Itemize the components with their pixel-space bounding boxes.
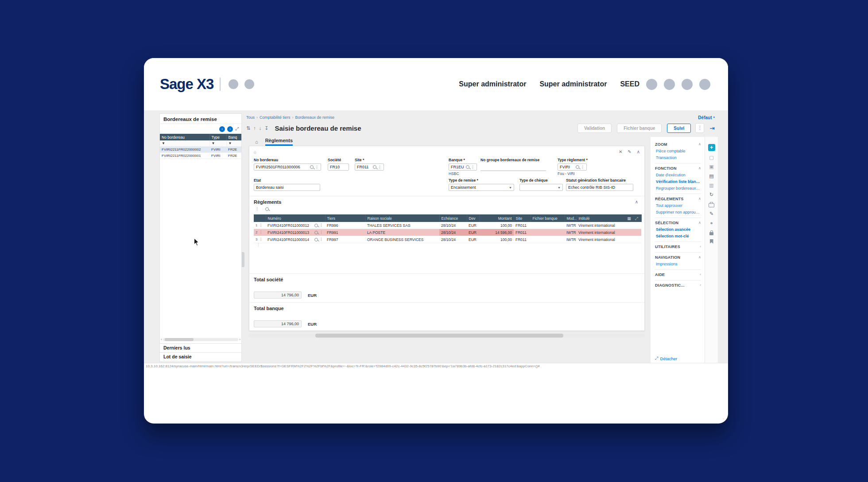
sidebar-section-header[interactable]: RÈGLEMENTS∧ bbox=[655, 195, 701, 202]
cell-mod[interactable]: IWTR bbox=[565, 236, 577, 243]
sidebar-section-header[interactable]: DIAGNOSTIC...‹ bbox=[655, 282, 701, 288]
column-header[interactable]: Echéance bbox=[439, 214, 467, 222]
lookup-icon[interactable] bbox=[576, 165, 579, 169]
field-menu-icon[interactable]: ⋮ bbox=[378, 165, 382, 169]
duplicate-icon[interactable]: ▣ bbox=[709, 164, 713, 170]
statut-generation-input[interactable]: Echec contrôle RIB SIS-ID bbox=[566, 184, 633, 191]
cell-raison-sociale[interactable]: ORANGE BUSINESS SERVICES bbox=[365, 236, 439, 243]
societe-input[interactable]: FR10 bbox=[328, 163, 349, 171]
record-icon[interactable]: ● bbox=[710, 221, 713, 226]
sidebar-link-regrouper-bordereaux[interactable]: Regrouper bordereaux de... bbox=[655, 185, 701, 191]
header-notifications-icon[interactable] bbox=[664, 79, 675, 90]
cell-tiers[interactable]: FR997 bbox=[325, 236, 365, 243]
sidebar-section-header[interactable]: UTILITAIRES‹ bbox=[655, 243, 701, 250]
cell-intitule[interactable]: Virement international bbox=[577, 229, 641, 236]
column-header[interactable]: No bordereau bbox=[160, 134, 209, 140]
home-icon[interactable]: ⌂ bbox=[255, 140, 258, 144]
bookmark-icon[interactable] bbox=[710, 239, 713, 244]
suivi-button[interactable]: Suivi bbox=[667, 124, 691, 133]
row-menu-icon[interactable]: ⋮ bbox=[259, 237, 263, 241]
lock-icon[interactable] bbox=[709, 232, 713, 235]
sort-icon[interactable]: ⇅ bbox=[246, 125, 250, 131]
filter-funnel-icon[interactable]: ▼ bbox=[160, 140, 209, 147]
column-header[interactable]: Raison sociale bbox=[365, 214, 439, 222]
cell-echeance[interactable]: 28/10/24 bbox=[439, 229, 467, 236]
cell-site[interactable]: FR011 bbox=[514, 222, 531, 229]
lookup-icon[interactable] bbox=[310, 165, 314, 169]
header-settings-icon[interactable] bbox=[699, 79, 710, 90]
filter-funnel-icon[interactable]: ▼ bbox=[209, 140, 226, 147]
type-reglement-input[interactable]: FVIRI ⋮ bbox=[558, 163, 587, 171]
cell-fichier-banque[interactable] bbox=[531, 236, 565, 243]
table-view-icon[interactable]: ▤ bbox=[709, 174, 713, 179]
print-icon[interactable] bbox=[709, 203, 714, 207]
cell-raison-sociale[interactable]: LA POSTE bbox=[365, 229, 439, 236]
exit-icon[interactable]: ⇥ bbox=[709, 125, 715, 131]
cell-banque[interactable]: FR2E bbox=[226, 153, 241, 159]
breadcrumb-link[interactable]: Comptabilité tiers bbox=[260, 115, 291, 120]
panel-collapse-handle[interactable] bbox=[242, 252, 244, 267]
type-remise-select[interactable]: Encaissement ▼ bbox=[449, 184, 514, 191]
cell-dev[interactable]: EUR bbox=[467, 222, 479, 229]
column-header[interactable]: Mod... bbox=[565, 214, 577, 222]
cell-intitule[interactable]: Virement international bbox=[577, 222, 641, 229]
column-header[interactable]: Fichier banque bbox=[531, 214, 565, 222]
scroll-left-icon[interactable]: ‹ bbox=[161, 338, 162, 342]
expand-grid-icon[interactable]: ⤢ bbox=[635, 216, 638, 221]
tab-reglements[interactable]: Règlements bbox=[265, 138, 293, 146]
sidebar-link-supprimer-non-approuves[interactable]: Supprimer non approuvés bbox=[655, 209, 701, 215]
scroll-thumb[interactable] bbox=[315, 334, 563, 338]
endpoint-badge[interactable]: SEED bbox=[620, 80, 639, 88]
cell-fichier-banque[interactable] bbox=[531, 222, 565, 229]
user-name-label[interactable]: Super administrator bbox=[539, 80, 607, 88]
validation-button[interactable]: Validation bbox=[577, 124, 612, 133]
grid-row-selected[interactable]: 2⋮ FVIRI2410FR011000013⋮ FR991 LA POSTE … bbox=[254, 229, 641, 236]
cell-dev[interactable]: EUR bbox=[467, 229, 479, 236]
cell-montant[interactable]: 100,00 bbox=[479, 222, 514, 229]
breadcrumb-link[interactable]: Tous bbox=[246, 115, 255, 120]
scroll-track[interactable] bbox=[163, 338, 238, 341]
column-header[interactable]: Tiers bbox=[325, 214, 365, 222]
left-panel-title[interactable]: Bordereaux de remise bbox=[160, 114, 241, 124]
cell-no-bordereau[interactable]: FVIRI2211FR022000001 bbox=[160, 153, 209, 159]
sidebar-link-transaction[interactable]: Transaction bbox=[655, 154, 701, 161]
cell-mod[interactable]: IWTR bbox=[565, 222, 577, 229]
sidebar-link-selection-mot-cle[interactable]: Sélection mot-clé bbox=[655, 233, 701, 239]
sidebar-section-header[interactable]: NAVIGATION∧ bbox=[655, 254, 701, 260]
cell-montant[interactable]: 100,00 bbox=[479, 236, 514, 243]
sidebar-link-impressions[interactable]: Impressions bbox=[655, 260, 701, 267]
header-menu-icon[interactable] bbox=[229, 79, 238, 89]
cell-echeance[interactable]: 28/10/24 bbox=[439, 222, 467, 229]
cell-raison-sociale[interactable]: THALES SERVICES SAS bbox=[365, 222, 439, 229]
cell-menu-icon[interactable]: ⋮ bbox=[319, 223, 323, 227]
sidebar-link-selection-avancee[interactable]: Sélection avancée bbox=[655, 226, 701, 233]
sidebar-section-header[interactable]: ZOOM∧ bbox=[655, 141, 701, 148]
lookup-icon[interactable] bbox=[314, 238, 318, 241]
cell-type[interactable]: FVIRI bbox=[209, 153, 226, 159]
cell-banque[interactable]: FR2E bbox=[226, 147, 241, 153]
sidebar-link-verification-liste-blanche[interactable]: Vérification liste blanche bbox=[655, 178, 701, 185]
cell-type[interactable]: FVIRI bbox=[209, 147, 226, 153]
column-header[interactable]: Numéro bbox=[266, 214, 325, 222]
sidebar-section-header[interactable]: FONCTION∧ bbox=[655, 165, 701, 171]
left-panel-hscrollbar[interactable]: ‹ › bbox=[161, 337, 240, 342]
column-header[interactable]: Banq bbox=[226, 134, 241, 140]
column-header[interactable]: Type bbox=[209, 134, 226, 140]
cell-fichier-banque[interactable] bbox=[531, 229, 565, 236]
table-row[interactable]: FVIRI2211FR022000001 FVIRI FR2E bbox=[160, 153, 241, 159]
sidebar-section-header[interactable]: AIDE‹ bbox=[655, 271, 701, 278]
lookup-icon[interactable] bbox=[466, 165, 469, 169]
column-header[interactable]: Site bbox=[514, 214, 531, 222]
cell-numero[interactable]: FVIRI2410FR011000013⋮ bbox=[266, 229, 325, 236]
cell-dev[interactable]: EUR bbox=[467, 236, 479, 243]
column-header[interactable]: Dev bbox=[467, 214, 479, 222]
collapse-icon[interactable]: ∧ bbox=[635, 199, 638, 204]
cell-intitule[interactable]: Virement international bbox=[577, 236, 641, 243]
cell-site[interactable]: FR011 bbox=[514, 229, 531, 236]
cell-site[interactable]: FR011 bbox=[514, 236, 531, 243]
row-menu-icon[interactable]: ⋮ bbox=[259, 230, 263, 234]
filter-funnel-icon[interactable]: ▼ bbox=[226, 140, 241, 147]
field-menu-icon[interactable]: ⋮ bbox=[471, 165, 475, 169]
no-bordereau-input[interactable]: FVIRI2501FR011000006 ⋮ bbox=[254, 163, 321, 171]
preset-label[interactable]: Défaut bbox=[698, 115, 712, 120]
